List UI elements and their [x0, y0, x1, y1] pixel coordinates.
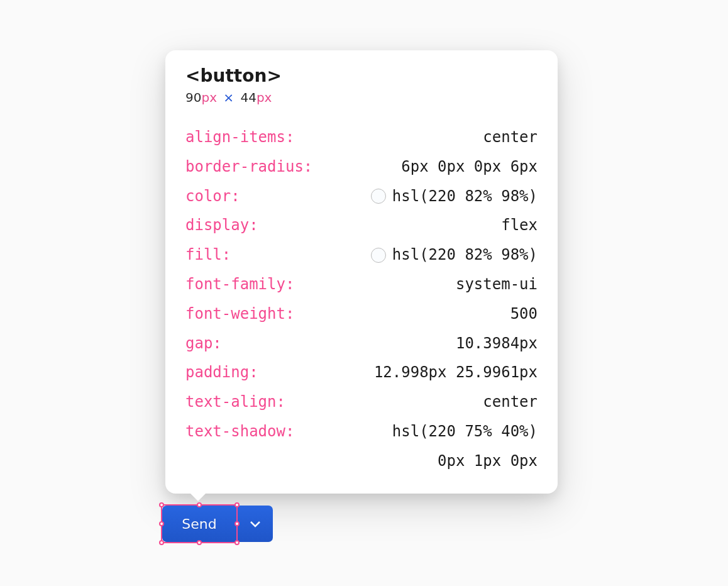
property-name: border-radius:	[185, 152, 312, 182]
property-name: padding:	[185, 358, 258, 387]
width-value: 90	[185, 90, 201, 105]
property-name: font-weight:	[185, 299, 294, 329]
property-row: gap: 10.3984px	[185, 329, 538, 358]
color-swatch-icon	[371, 248, 386, 263]
property-value: flex	[501, 211, 538, 240]
dimensions-separator: ×	[223, 90, 234, 105]
property-name: fill:	[185, 240, 231, 270]
property-name: text-shadow:	[185, 417, 294, 446]
button-group: Send	[162, 506, 273, 542]
property-value: hsl(220 75% 40%) 0px 1px 0px	[392, 417, 538, 476]
property-row: fill: hsl(220 82% 98%)	[185, 240, 538, 270]
height-value: 44	[240, 90, 256, 105]
property-value: 6px 0px 0px 6px	[401, 152, 538, 182]
dropdown-button[interactable]	[238, 506, 273, 542]
property-value: system-ui	[456, 270, 538, 299]
chevron-down-icon	[250, 521, 261, 528]
property-value: 500	[510, 299, 538, 329]
inspector-tooltip: <button> 90px × 44px align-items: center…	[165, 50, 558, 494]
property-name: display:	[185, 211, 258, 240]
property-row: color: hsl(220 82% 98%)	[185, 182, 538, 211]
property-row: font-weight: 500	[185, 299, 538, 329]
send-button[interactable]: Send	[162, 506, 236, 542]
property-row: font-family: system-ui	[185, 270, 538, 299]
property-row: display: flex	[185, 211, 538, 240]
property-name: color:	[185, 182, 240, 211]
property-value: hsl(220 82% 98%)	[371, 182, 538, 211]
send-button-label: Send	[182, 516, 216, 532]
height-unit: px	[256, 90, 272, 105]
property-row: text-shadow: hsl(220 75% 40%) 0px 1px 0p…	[185, 417, 538, 476]
property-value: center	[483, 123, 538, 152]
property-row: border-radius: 6px 0px 0px 6px	[185, 152, 538, 182]
dimensions-label: 90px × 44px	[185, 90, 538, 105]
css-properties-list: align-items: center border-radius: 6px 0…	[185, 123, 538, 476]
property-name: text-align:	[185, 387, 285, 417]
property-row: text-align: center	[185, 387, 538, 417]
width-unit: px	[201, 90, 217, 105]
element-tag-label: <button>	[185, 65, 538, 86]
property-value: 12.998px 25.9961px	[374, 358, 538, 387]
property-value: hsl(220 82% 98%)	[371, 240, 538, 270]
property-name: font-family:	[185, 270, 294, 299]
property-value: center	[483, 387, 538, 417]
property-name: gap:	[185, 329, 222, 358]
property-value: 10.3984px	[456, 329, 538, 358]
property-row: align-items: center	[185, 123, 538, 152]
property-row: padding: 12.998px 25.9961px	[185, 358, 538, 387]
property-name: align-items:	[185, 123, 294, 152]
color-swatch-icon	[371, 189, 386, 204]
